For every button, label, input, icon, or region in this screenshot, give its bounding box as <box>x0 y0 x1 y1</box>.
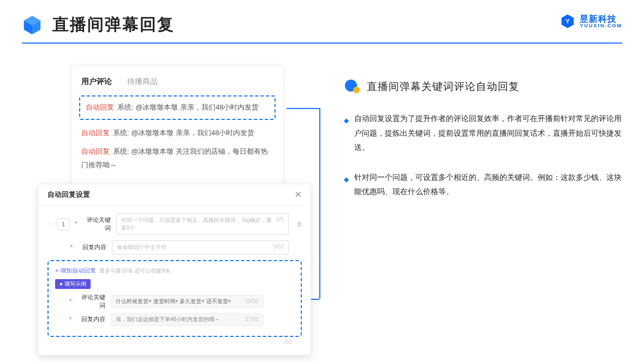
brand-name-cn: 昱新科技 <box>580 15 622 23</box>
comment-row: 自动回复系统: @冰墩墩本墩 亲亲，我们48小时内发货 <box>81 126 273 140</box>
comment-text: 系统: @冰墩墩本墩 亲亲，我们48小时内发货 <box>113 129 255 137</box>
modal-title: 自动回复设置 <box>47 190 90 200</box>
close-icon[interactable]: ✕ <box>295 190 302 200</box>
content-label: 回复内容 <box>78 243 106 251</box>
delete-icon[interactable]: 🗑 <box>296 220 303 228</box>
add-note: 最多可建10条 还可以创建9条 <box>99 268 170 274</box>
section-title: 直播间弹幕关键词评论自动回复 <box>367 80 520 94</box>
ex-content-counter: 37/50 <box>245 316 259 322</box>
required-star: * <box>75 221 77 227</box>
content-counter: 0/50 <box>273 244 284 251</box>
keyword-chip[interactable]: 多久发货× <box>180 298 205 304</box>
diamond-bullet-icon: ◆ <box>344 173 349 199</box>
svg-point-5 <box>353 87 360 93</box>
ex-kw-counter: 20/50 <box>245 298 259 304</box>
diamond-bullet-icon: ◆ <box>344 114 349 155</box>
comment-row: 自动回复系统: @冰墩墩本墩 关注我们的店铺，每日都有热门推荐呦～ <box>81 145 273 172</box>
brand-icon: Y <box>560 14 575 29</box>
add-auto-reply-link[interactable]: + 增加自动回复最多可建10条 还可以创建9条 <box>55 267 294 275</box>
brand-name-en: YUUXIN.COM <box>580 23 622 28</box>
auto-reply-tag: 自动回复 <box>81 147 110 155</box>
keyword-label: 评论关键词 <box>82 216 111 232</box>
keyword-chip[interactable]: 发货时间× <box>153 298 178 304</box>
comment-text: 系统: @冰墩墩本墩 亲亲，我们48小时内发货 <box>117 103 259 111</box>
auto-reply-tag: 自动回复 <box>86 103 114 111</box>
required-star: * <box>70 244 73 250</box>
example-tag: ● 填写示例 <box>55 279 91 289</box>
ex-content-label: 回复内容 <box>77 315 105 323</box>
tab-pending-goods[interactable]: 待播商品 <box>127 77 158 87</box>
bullet-text: 针对同一个问题，可设置多个相近的、高频的关键词。例如：这款多少钱、这块能优惠吗、… <box>354 170 622 199</box>
keyword-input[interactable]: 对同一个问题，可设置多个相近、高频的关键词，Tag确定，最多5个 0/5 <box>116 213 289 235</box>
comments-panel: 用户评论 待播商品 自动回复系统: @冰墩墩本墩 亲亲，我们48小时内发货 自动… <box>71 65 284 195</box>
ex-content-input[interactable]: 亲，我们这边都是下单48小时内发货的哦～ 37/50 <box>111 313 264 326</box>
bullet-text: 自动回复设置为了提升作者的评论回复效率，作者可在开播前针对常见的评论用户问题，提… <box>354 111 622 155</box>
tab-user-comments[interactable]: 用户评论 <box>81 77 112 87</box>
row-number: 1 <box>57 218 69 230</box>
svg-text:Y: Y <box>566 18 570 25</box>
ex-keyword-label: 评论关键词 <box>77 293 105 310</box>
drag-handle-icon[interactable]: ⋮⋮ <box>46 221 52 227</box>
keyword-chip[interactable]: 什么时候发货× <box>116 298 152 304</box>
cube-icon <box>22 15 43 35</box>
required-star: * <box>69 316 71 322</box>
auto-reply-settings-modal: 自动回复设置 ✕ ⋮⋮ 1 * 评论关键词 对同一个问题，可设置多个相近、高频的… <box>38 184 311 355</box>
content-input[interactable]: 每条限50个中文字符 0/50 <box>112 240 289 255</box>
auto-reply-tag: 自动回复 <box>81 129 110 137</box>
brand-logo: Y 昱新科技 YUUXIN.COM <box>560 14 622 29</box>
keyword-chip[interactable]: 还不发货× <box>206 298 231 304</box>
outer-counter: /50 <box>46 337 303 345</box>
keyword-counter: 0/5 <box>276 216 284 232</box>
example-box: + 增加自动回复最多可建10条 还可以创建9条 ● 填写示例 * 评论关键词 什… <box>47 260 302 337</box>
highlighted-comment-box: 自动回复系统: @冰墩墩本墩 亲亲，我们48小时内发货 <box>79 95 276 120</box>
page-title: 直播间弹幕回复 <box>52 14 175 36</box>
required-star: * <box>69 298 71 304</box>
chat-bubble-icon <box>344 80 360 94</box>
ex-keyword-input[interactable]: 什么时候发货× 发货时间× 多久发货× 还不发货× 20/50 <box>111 295 264 308</box>
